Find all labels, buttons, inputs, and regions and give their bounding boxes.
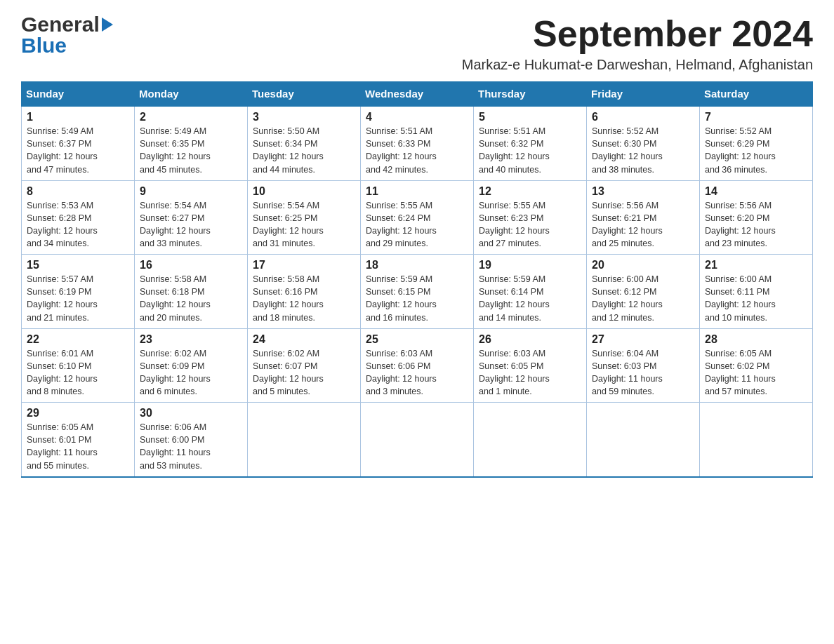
calendar-cell: 16Sunrise: 5:58 AM Sunset: 6:18 PM Dayli… [135,255,248,329]
day-number: 7 [705,111,807,123]
day-number: 14 [705,185,807,198]
day-info: Sunrise: 6:02 AM Sunset: 6:09 PM Dayligh… [140,347,242,398]
calendar-cell: 12Sunrise: 5:55 AM Sunset: 6:23 PM Dayli… [474,180,587,255]
calendar-week-row: 1Sunrise: 5:49 AM Sunset: 6:37 PM Daylig… [22,106,813,180]
calendar-cell: 18Sunrise: 5:59 AM Sunset: 6:15 PM Dayli… [361,255,474,329]
day-number: 18 [366,259,468,271]
weekday-header-monday: Monday [135,82,248,107]
day-info: Sunrise: 5:55 AM Sunset: 6:24 PM Dayligh… [366,199,468,250]
calendar-cell [700,403,813,477]
day-number: 23 [140,333,242,346]
calendar-cell: 4Sunrise: 5:51 AM Sunset: 6:33 PM Daylig… [361,106,474,180]
weekday-header-tuesday: Tuesday [248,82,361,107]
day-info: Sunrise: 5:56 AM Sunset: 6:20 PM Dayligh… [705,199,807,250]
day-info: Sunrise: 5:54 AM Sunset: 6:25 PM Dayligh… [253,199,355,250]
day-number: 27 [592,333,694,346]
calendar-cell: 19Sunrise: 5:59 AM Sunset: 6:14 PM Dayli… [474,255,587,329]
calendar-cell: 15Sunrise: 5:57 AM Sunset: 6:19 PM Dayli… [22,255,135,329]
calendar-cell: 2Sunrise: 5:49 AM Sunset: 6:35 PM Daylig… [135,106,248,180]
day-info: Sunrise: 5:58 AM Sunset: 6:16 PM Dayligh… [253,273,355,324]
day-info: Sunrise: 5:56 AM Sunset: 6:21 PM Dayligh… [592,199,694,250]
calendar-cell: 1Sunrise: 5:49 AM Sunset: 6:37 PM Daylig… [22,106,135,180]
day-number: 13 [592,185,694,198]
calendar-cell: 14Sunrise: 5:56 AM Sunset: 6:20 PM Dayli… [700,180,813,255]
day-number: 15 [27,259,129,271]
day-number: 6 [592,111,694,123]
calendar-cell: 3Sunrise: 5:50 AM Sunset: 6:34 PM Daylig… [248,106,361,180]
day-info: Sunrise: 6:05 AM Sunset: 6:02 PM Dayligh… [705,347,807,398]
day-number: 12 [479,185,581,198]
weekday-header-friday: Friday [587,82,700,107]
logo-line2: Blue [21,35,113,56]
calendar-cell: 20Sunrise: 6:00 AM Sunset: 6:12 PM Dayli… [587,255,700,329]
calendar-subtitle: Markaz-e Hukumat-e Darweshan, Helmand, A… [462,57,813,73]
day-info: Sunrise: 5:53 AM Sunset: 6:28 PM Dayligh… [27,199,129,250]
day-number: 4 [366,111,468,123]
calendar-cell [587,403,700,477]
day-info: Sunrise: 6:00 AM Sunset: 6:12 PM Dayligh… [592,273,694,324]
calendar-cell: 21Sunrise: 6:00 AM Sunset: 6:11 PM Dayli… [700,255,813,329]
calendar-cell: 28Sunrise: 6:05 AM Sunset: 6:02 PM Dayli… [700,328,813,403]
day-info: Sunrise: 5:55 AM Sunset: 6:23 PM Dayligh… [479,199,581,250]
logo: General Blue [21,14,113,56]
day-info: Sunrise: 5:54 AM Sunset: 6:27 PM Dayligh… [140,199,242,250]
day-info: Sunrise: 5:52 AM Sunset: 6:29 PM Dayligh… [705,125,807,176]
day-number: 20 [592,259,694,271]
calendar-body: 1Sunrise: 5:49 AM Sunset: 6:37 PM Daylig… [22,106,813,477]
day-info: Sunrise: 5:59 AM Sunset: 6:14 PM Dayligh… [479,273,581,324]
weekday-header-thursday: Thursday [474,82,587,107]
day-info: Sunrise: 6:03 AM Sunset: 6:06 PM Dayligh… [366,347,468,398]
calendar-cell: 27Sunrise: 6:04 AM Sunset: 6:03 PM Dayli… [587,328,700,403]
calendar-week-row: 22Sunrise: 6:01 AM Sunset: 6:10 PM Dayli… [22,328,813,403]
day-info: Sunrise: 5:51 AM Sunset: 6:32 PM Dayligh… [479,125,581,176]
day-info: Sunrise: 5:57 AM Sunset: 6:19 PM Dayligh… [27,273,129,324]
calendar-cell [361,403,474,477]
day-number: 3 [253,111,355,123]
day-number: 29 [27,407,129,420]
calendar-cell: 7Sunrise: 5:52 AM Sunset: 6:29 PM Daylig… [700,106,813,180]
day-info: Sunrise: 5:50 AM Sunset: 6:34 PM Dayligh… [253,125,355,176]
calendar-cell: 5Sunrise: 5:51 AM Sunset: 6:32 PM Daylig… [474,106,587,180]
weekday-header-wednesday: Wednesday [361,82,474,107]
day-number: 19 [479,259,581,271]
day-number: 2 [140,111,242,123]
calendar-header: SundayMondayTuesdayWednesdayThursdayFrid… [22,82,813,107]
calendar-cell [474,403,587,477]
calendar-table: SundayMondayTuesdayWednesdayThursdayFrid… [21,81,813,478]
calendar-cell: 23Sunrise: 6:02 AM Sunset: 6:09 PM Dayli… [135,328,248,403]
calendar-cell: 24Sunrise: 6:02 AM Sunset: 6:07 PM Dayli… [248,328,361,403]
page-header: General Blue September 2024 Markaz-e Huk… [21,14,813,73]
weekday-header-saturday: Saturday [700,82,813,107]
day-number: 16 [140,259,242,271]
calendar-week-row: 29Sunrise: 6:05 AM Sunset: 6:01 PM Dayli… [22,403,813,477]
calendar-cell: 30Sunrise: 6:06 AM Sunset: 6:00 PM Dayli… [135,403,248,477]
day-info: Sunrise: 6:04 AM Sunset: 6:03 PM Dayligh… [592,347,694,398]
calendar-cell: 22Sunrise: 6:01 AM Sunset: 6:10 PM Dayli… [22,328,135,403]
logo-arrow-icon [102,18,113,32]
logo-line1: General [21,14,113,35]
day-info: Sunrise: 5:58 AM Sunset: 6:18 PM Dayligh… [140,273,242,324]
day-number: 30 [140,407,242,420]
day-number: 28 [705,333,807,346]
day-number: 17 [253,259,355,271]
day-info: Sunrise: 5:49 AM Sunset: 6:35 PM Dayligh… [140,125,242,176]
calendar-week-row: 15Sunrise: 5:57 AM Sunset: 6:19 PM Dayli… [22,255,813,329]
day-number: 10 [253,185,355,198]
day-number: 8 [27,185,129,198]
day-number: 24 [253,333,355,346]
day-info: Sunrise: 6:02 AM Sunset: 6:07 PM Dayligh… [253,347,355,398]
day-info: Sunrise: 6:05 AM Sunset: 6:01 PM Dayligh… [27,421,129,472]
day-info: Sunrise: 5:51 AM Sunset: 6:33 PM Dayligh… [366,125,468,176]
day-info: Sunrise: 6:00 AM Sunset: 6:11 PM Dayligh… [705,273,807,324]
day-info: Sunrise: 6:01 AM Sunset: 6:10 PM Dayligh… [27,347,129,398]
calendar-cell: 25Sunrise: 6:03 AM Sunset: 6:06 PM Dayli… [361,328,474,403]
day-info: Sunrise: 5:59 AM Sunset: 6:15 PM Dayligh… [366,273,468,324]
calendar-cell [248,403,361,477]
calendar-cell: 8Sunrise: 5:53 AM Sunset: 6:28 PM Daylig… [22,180,135,255]
logo-general-text: General [21,14,100,35]
calendar-cell: 26Sunrise: 6:03 AM Sunset: 6:05 PM Dayli… [474,328,587,403]
weekday-header-sunday: Sunday [22,82,135,107]
day-info: Sunrise: 6:03 AM Sunset: 6:05 PM Dayligh… [479,347,581,398]
day-number: 26 [479,333,581,346]
calendar-week-row: 8Sunrise: 5:53 AM Sunset: 6:28 PM Daylig… [22,180,813,255]
